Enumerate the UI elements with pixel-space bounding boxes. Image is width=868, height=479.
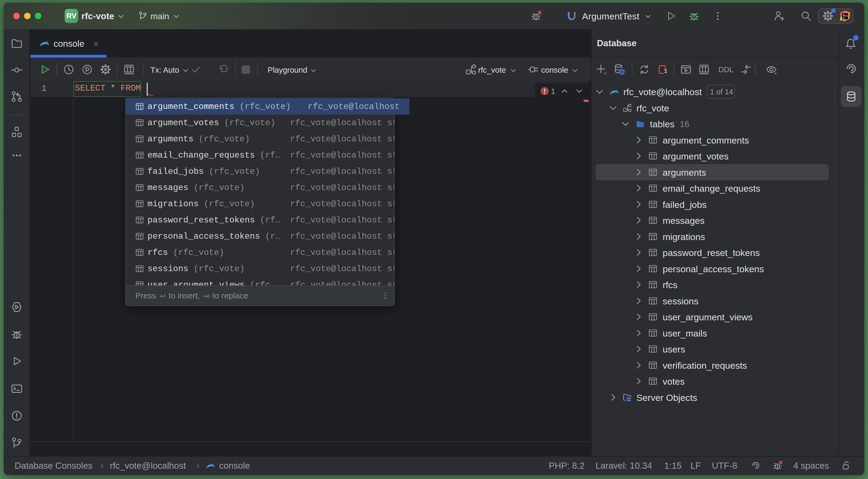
svg-text:BRAINS: BRAINS xyxy=(843,15,848,17)
svg-text:JET: JET xyxy=(843,14,845,15)
